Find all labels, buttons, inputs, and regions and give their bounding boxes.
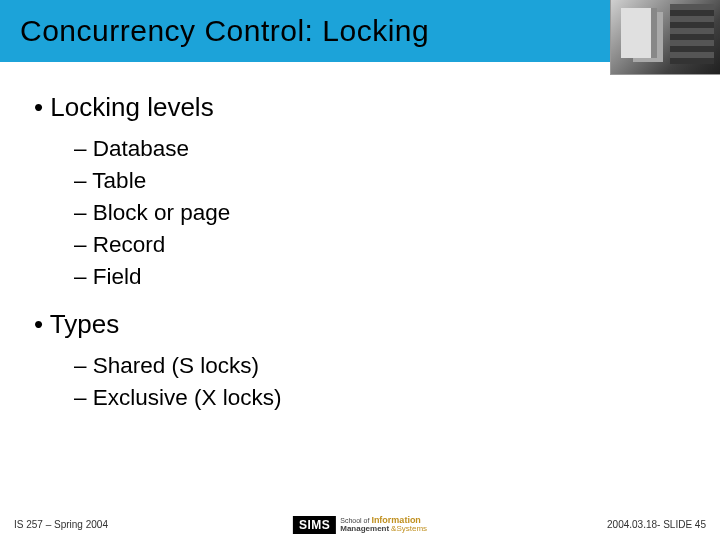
slide-title: Concurrency Control: Locking [20, 14, 429, 48]
list-item: – Record [74, 229, 692, 261]
levels-list: – Database – Table – Block or page – Rec… [28, 133, 692, 293]
sims-text: School of Information Management &System… [340, 516, 427, 533]
footer-logo-block: SIMS School of Information Management &S… [293, 516, 427, 534]
slide-body: • Locking levels – Database – Table – Bl… [0, 62, 720, 414]
footer-slide-number: 2004.03.18- SLIDE 45 [607, 519, 706, 530]
list-item: – Exclusive (X locks) [74, 382, 692, 414]
bullet-types: • Types [28, 309, 692, 340]
list-item: – Shared (S locks) [74, 350, 692, 382]
list-item: – Database [74, 133, 692, 165]
footer-course: IS 257 – Spring 2004 [14, 519, 108, 530]
bullet-locking-levels: • Locking levels [28, 92, 692, 123]
list-item: – Field [74, 261, 692, 293]
list-item: – Table [74, 165, 692, 197]
logo-management: Management [340, 524, 389, 533]
list-item: – Block or page [74, 197, 692, 229]
sims-logo: SIMS [293, 516, 336, 534]
decorative-photo [610, 0, 720, 75]
logo-schoolof: School of [340, 517, 369, 524]
types-list: – Shared (S locks) – Exclusive (X locks) [28, 350, 692, 414]
slide-footer: IS 257 – Spring 2004 SIMS School of Info… [0, 519, 720, 530]
logo-systems: &Systems [391, 524, 427, 533]
